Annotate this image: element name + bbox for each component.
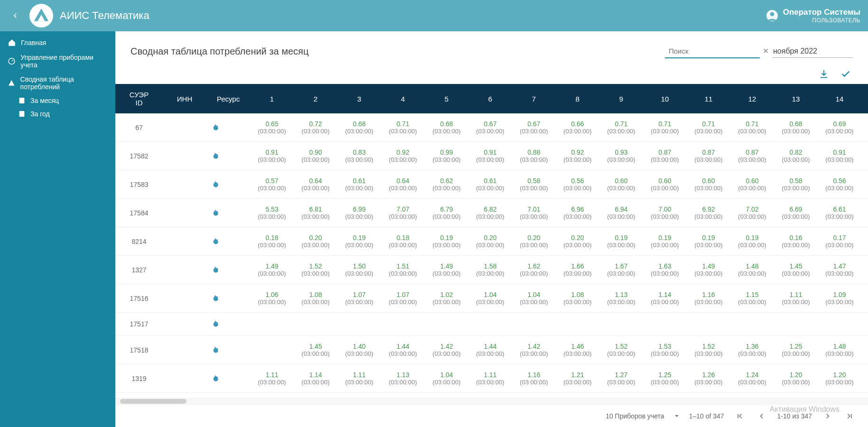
column-header[interactable]: 10 [643,84,687,113]
sidebar-item-devices[interactable]: Управление приборами учета [0,50,115,72]
cell-value: 1.48(03:00:00) [818,336,861,364]
cell-value [512,313,556,336]
cell-value: 1.08(03:00:00) [294,284,337,313]
cell-value: 0.91(03:00:00) [818,142,861,170]
table-row[interactable]: 670.65(03:00:00)0.72(03:00:00)0.68(03:00… [115,113,868,142]
cell-value: 1.47(03:00:00) [818,256,861,284]
month-input[interactable] [772,45,853,58]
cell-id: 17518 [115,336,163,364]
cell-inn [163,142,206,170]
cell-id: 17583 [115,170,163,199]
cell-value: 0.19(03:00:00) [687,227,730,256]
column-header[interactable]: 7 [512,84,556,113]
next-page-button[interactable] [821,410,834,422]
cell-value: 1.11(03:00:00) [774,284,818,313]
cell-value: 0.64(03:00:00) [381,170,425,199]
page-size[interactable]: 10 Приборов учета [606,412,664,420]
clear-icon[interactable]: ✕ [763,46,769,56]
cell-value: 1.49(03:00:00) [250,256,294,284]
cell-value: 1.20(03:00:00) [818,364,861,393]
cell-value: 0.67(03:00:00) [512,113,556,142]
cell-value: 0.19(03:00:00) [599,227,643,256]
column-header[interactable]: 6 [468,84,512,113]
table-row[interactable]: 175845.53(03:00:00)6.81(03:00:00)6.99(03… [115,199,868,227]
cell-value: 0.99(03:00:00) [425,142,468,170]
sidebar-item-label: За месяц [30,97,59,104]
cell-value: 1.16(03:00:00) [687,284,730,313]
download-button[interactable] [819,69,829,79]
cell-value: 0.58(03:00:00) [512,170,556,199]
cell-value: 7.01(03:00:00) [512,199,556,227]
cell-value: 1.53(03:00:00) [643,336,687,364]
cell-value: 1.44(03:00:00) [468,336,512,364]
cell-value [818,313,861,336]
cell-value: 1.16(03:00:00) [512,364,556,393]
table-row[interactable]: 175820.91(03:00:00)0.90(03:00:00)0.83(03… [115,142,868,170]
cell-value: 0.56(03:00:00) [556,170,599,199]
sidebar-item-home[interactable]: Главная [0,35,115,50]
table-row[interactable]: 17517 [115,313,868,336]
search-input[interactable] [669,46,759,56]
last-page-button[interactable] [843,410,856,422]
cell-value: 1.04(03:00:00) [512,284,556,313]
resource-icon [206,170,250,199]
column-header[interactable]: Ресурс [206,84,250,113]
column-header[interactable]: 2 [294,84,337,113]
cell-value: 0.2(03:00:00) [861,227,868,256]
gauge-icon [8,57,16,65]
resource-icon [206,256,250,284]
table-icon [8,79,16,87]
column-header[interactable]: 14 [818,84,861,113]
column-header[interactable]: 8 [556,84,599,113]
resource-icon [206,113,250,142]
cell-value: 1.58(03:00:00) [468,256,512,284]
cell-value: 0.87(03:00:00) [687,142,730,170]
column-header[interactable]: 15 [861,84,868,113]
cell-value: 0.90(03:00:00) [294,142,337,170]
app-title: АИИС Телематика [60,9,149,22]
sidebar-item-summary[interactable]: Сводная таблица потреблений [0,72,115,94]
table-wrap[interactable]: СУЭРIDИННРесурс123456789101112131415 670… [115,84,868,398]
cell-value: 1.24(03:00:00) [730,364,774,393]
column-header[interactable]: 9 [599,84,643,113]
table-row[interactable]: 175161.06(03:00:00)1.08(03:00:00)1.07(03… [115,284,868,313]
cell-value: 0.60(03:00:00) [643,170,687,199]
doc-icon [18,97,26,104]
first-page-button[interactable] [734,410,746,422]
cell-value: 6.8(03:00:00) [861,199,868,227]
column-header[interactable]: 4 [381,84,425,113]
column-header[interactable]: 5 [425,84,468,113]
cell-value: 6.92(03:00:00) [687,199,730,227]
table-row[interactable]: 13191.11(03:00:00)1.14(03:00:00)1.11(03:… [115,364,868,393]
cell-value: 1.50(03:00:00) [337,256,381,284]
cell-id: 17516 [115,284,163,313]
column-header[interactable]: СУЭРID [115,84,163,113]
cell-value: 1.63(03:00:00) [643,256,687,284]
column-header[interactable]: ИНН [163,84,206,113]
cell-value: 1.49(03:00:00) [687,256,730,284]
logo [29,4,53,28]
column-header[interactable]: 11 [687,84,730,113]
user-area[interactable]: Оператор Системы ПОЛЬЗОВАТЕЛЬ [766,8,860,24]
cell-value: 6.99(03:00:00) [337,199,381,227]
column-header[interactable]: 3 [337,84,381,113]
cell-value: 1.07(03:00:00) [381,284,425,313]
horizontal-scrollbar[interactable] [115,398,868,405]
table-row[interactable]: 82140.18(03:00:00)0.20(03:00:00)0.19(03:… [115,227,868,256]
chevron-down-icon[interactable] [674,413,680,419]
confirm-button[interactable] [840,69,851,79]
table-row[interactable]: 175830.57(03:00:00)0.64(03:00:00)0.61(03… [115,170,868,199]
back-button[interactable] [8,8,23,23]
column-header[interactable]: 12 [730,84,774,113]
cell-value: 0.19(03:00:00) [425,227,468,256]
sidebar-item-monthly[interactable]: За месяц [0,94,115,107]
table-row[interactable]: 175181.45(03:00:00)1.40(03:00:00)1.44(03… [115,336,868,364]
cell-value: 0.68(03:00:00) [337,113,381,142]
column-header[interactable]: 1 [250,84,294,113]
cell-value: 0.57(03:00:00) [250,170,294,199]
cell-value: 0.83(03:00:00) [337,142,381,170]
table-row[interactable]: 13271.49(03:00:00)1.52(03:00:00)1.50(03:… [115,256,868,284]
prev-page-button[interactable] [756,410,768,422]
sidebar-item-yearly[interactable]: За год [0,107,115,121]
column-header[interactable]: 13 [774,84,818,113]
